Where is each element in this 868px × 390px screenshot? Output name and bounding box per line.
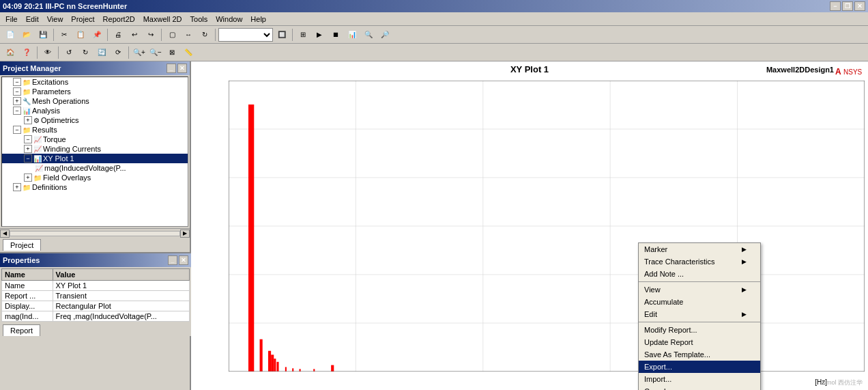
- tb2-zoom-in[interactable]: 🔍+: [132, 45, 147, 60]
- ctx-trace[interactable]: Trace Characteristics ▶: [639, 255, 760, 268]
- tb-stop[interactable]: ⏹: [328, 27, 343, 42]
- prop-close-btn[interactable]: ✕: [179, 255, 188, 265]
- tree-item-field[interactable]: + 📁 Field Overlays: [2, 173, 188, 182]
- menu-help[interactable]: Help: [246, 14, 270, 25]
- expand-mesh[interactable]: +: [13, 97, 21, 105]
- tree-item-xyplot1[interactable]: − 📊 XY Plot 1: [2, 154, 188, 163]
- tb-mesh[interactable]: ⊞: [295, 27, 310, 42]
- menu-project[interactable]: Project: [67, 14, 98, 25]
- expand-excitations[interactable]: −: [13, 78, 21, 86]
- tb2-btn5[interactable]: ↻: [78, 45, 93, 60]
- ctx-copyimage[interactable]: Copy Image: [639, 385, 760, 390]
- tb2-measure[interactable]: 📏: [181, 45, 196, 60]
- tb-new[interactable]: 📄: [3, 27, 18, 42]
- tb-redo[interactable]: ↪: [143, 27, 158, 42]
- bar-11: [313, 369, 315, 372]
- tb2-btn6[interactable]: 🔄: [94, 45, 109, 60]
- ctx-import[interactable]: Import...: [639, 373, 760, 385]
- tb-copy[interactable]: 📋: [73, 27, 88, 42]
- prop-val: XY Plot 1: [53, 281, 189, 291]
- menu-report2d[interactable]: Report2D: [99, 14, 139, 25]
- restore-btn[interactable]: ❐: [842, 1, 853, 11]
- tree-label: Mesh Operations: [32, 97, 89, 105]
- tree-item-optimetrics[interactable]: + ⚙ Optimetrics: [2, 115, 188, 125]
- expand-torque[interactable]: −: [24, 135, 32, 143]
- menu-edit[interactable]: Edit: [22, 14, 43, 25]
- tree-item-defs[interactable]: + 📁 Definitions: [2, 182, 188, 192]
- ctx-modify[interactable]: Modify Report...: [639, 324, 760, 336]
- expand-winding[interactable]: +: [24, 145, 32, 153]
- expand-defs[interactable]: +: [13, 183, 21, 191]
- ctx-export[interactable]: Export...: [639, 361, 760, 373]
- bar-10: [300, 369, 301, 372]
- tb-results[interactable]: 📊: [345, 27, 360, 42]
- tree-item-results[interactable]: − 📁 Results: [2, 125, 188, 135]
- expand-results[interactable]: −: [13, 126, 21, 134]
- defs-icon: 📁: [23, 184, 31, 191]
- tree-item-torque[interactable]: − 📈 Torque: [2, 135, 188, 144]
- tree-item-excitations[interactable]: − 📁 Excitations: [2, 77, 188, 87]
- ctx-accumulate[interactable]: Accumulate: [639, 296, 760, 308]
- ctx-trace-label: Trace Characteristics: [644, 257, 715, 266]
- tb-undo[interactable]: ↩: [127, 27, 142, 42]
- tb2-btn2[interactable]: ❓: [19, 45, 34, 60]
- tb2-btn1[interactable]: 🏠: [3, 45, 18, 60]
- tree-item-parameters[interactable]: − 📁 Parameters: [2, 87, 188, 96]
- ctx-view[interactable]: View ▶: [639, 283, 760, 296]
- menu-file[interactable]: File: [1, 14, 22, 25]
- tree-item-mesh[interactable]: + 🔧 Mesh Operations: [2, 96, 188, 106]
- tree-label: Winding Currents: [43, 145, 101, 153]
- tb2-btn4[interactable]: ↺: [61, 45, 76, 60]
- tab-project[interactable]: Project: [3, 239, 41, 251]
- prop-minimize-btn[interactable]: _: [168, 255, 177, 265]
- tb-print[interactable]: 🖨: [111, 27, 126, 42]
- menu-window[interactable]: Window: [212, 14, 246, 25]
- prop-col-value: Value: [53, 269, 189, 281]
- tb-open[interactable]: 📂: [19, 27, 34, 42]
- pm-close-btn[interactable]: ✕: [177, 64, 187, 73]
- tb2-btn3[interactable]: 👁: [40, 45, 55, 60]
- pm-minimize-btn[interactable]: _: [167, 64, 176, 73]
- tb-zoom-in[interactable]: 🔎: [377, 27, 392, 42]
- scroll-right-btn[interactable]: ▶: [180, 229, 190, 238]
- tab-report[interactable]: Report: [3, 324, 40, 336]
- mesh-icon: 🔧: [23, 98, 31, 105]
- tb-layer-icon[interactable]: 🔲: [274, 27, 289, 42]
- tb-layer-select[interactable]: [218, 28, 273, 42]
- tb2-zoom-area[interactable]: ⊠: [164, 45, 179, 60]
- hscroll-track[interactable]: [10, 231, 180, 236]
- tb-run[interactable]: ▶: [312, 27, 327, 42]
- menu-view[interactable]: View: [43, 14, 68, 25]
- ctx-accumulate-label: Accumulate: [644, 298, 683, 306]
- ctx-edit[interactable]: Edit ▶: [639, 308, 760, 320]
- ctx-saveas[interactable]: Save As Template...: [639, 348, 760, 361]
- expand-analysis[interactable]: −: [13, 107, 21, 115]
- minimize-btn[interactable]: −: [830, 1, 841, 11]
- close-btn[interactable]: ✕: [854, 1, 865, 11]
- winding-icon: 📈: [33, 145, 42, 153]
- tree-item-winding[interactable]: + 📈 Winding Currents: [2, 144, 188, 154]
- tree-item-mag[interactable]: 📈 mag(InducedVoltage(P...: [2, 163, 188, 173]
- menu-tools[interactable]: Tools: [186, 14, 212, 25]
- scroll-left-btn[interactable]: ◀: [0, 229, 10, 238]
- tb-move[interactable]: ↔: [181, 27, 196, 42]
- expand-opt[interactable]: +: [24, 116, 32, 124]
- tb-cut[interactable]: ✂: [57, 27, 72, 42]
- tb2-btn7[interactable]: ⟳: [111, 45, 126, 60]
- tb-rotate[interactable]: ↻: [197, 27, 212, 42]
- tree-item-analysis[interactable]: − 📊 Analysis: [2, 106, 188, 115]
- ctx-update[interactable]: Update Report: [639, 336, 760, 348]
- menu-maxwell2d[interactable]: Maxwell 2D: [139, 14, 186, 25]
- ctx-marker[interactable]: Marker ▶: [639, 243, 760, 255]
- expand-field[interactable]: +: [24, 173, 32, 182]
- expand-parameters[interactable]: −: [13, 87, 21, 96]
- expand-xyplot[interactable]: −: [24, 154, 32, 163]
- tb2-zoom-out[interactable]: 🔍−: [148, 45, 163, 60]
- xyplot-icon: 📊: [33, 155, 42, 163]
- tb-zoom-fit[interactable]: 🔍: [361, 27, 376, 42]
- tb2-sep-2: [58, 46, 59, 59]
- tb-paste[interactable]: 📌: [89, 27, 104, 42]
- ctx-addnote[interactable]: Add Note ...: [639, 268, 760, 280]
- tb-save[interactable]: 💾: [35, 27, 50, 42]
- tb-select[interactable]: ▢: [164, 27, 179, 42]
